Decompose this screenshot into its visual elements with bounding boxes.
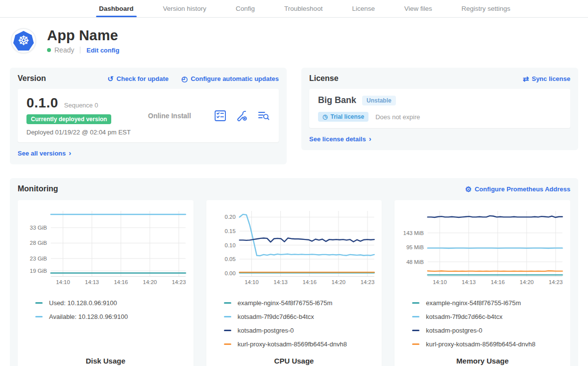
status-text: Ready: [54, 46, 74, 54]
chart-legend: example-nginx-54f8f76755-l675mkotsadm-7f…: [412, 293, 566, 348]
legend-label: Used: 10.128.0.96:9100: [49, 299, 117, 307]
deployed-timestamp: Deployed 01/19/22 @ 02:04 pm EST: [26, 129, 148, 136]
check-for-update-label: Check for update: [117, 75, 169, 82]
check-for-update-link[interactable]: ↺ Check for update: [107, 75, 169, 82]
legend-item: kurl-proxy-kotsadm-8569fb6454-dnvh8: [224, 340, 378, 348]
svg-text:28 GiB: 28 GiB: [30, 240, 47, 246]
install-type-label: Online Install: [148, 112, 214, 120]
trial-license-badge: ◷ Trial license: [318, 112, 368, 122]
tab-license[interactable]: License: [340, 0, 387, 17]
sync-license-label: Sync license: [532, 75, 570, 82]
channel-badge: Unstable: [362, 96, 396, 105]
page-title: App Name: [47, 27, 120, 44]
tab-version-history[interactable]: Version history: [151, 0, 219, 17]
tab-config[interactable]: Config: [224, 0, 267, 17]
sequence-label: Sequence 0: [64, 102, 98, 109]
chart-svg: 0.200.150.100.050.0014:1014:1314:1614:20…: [210, 206, 378, 289]
preflight-checks-icon[interactable]: [214, 110, 227, 122]
legend-swatch: [224, 316, 231, 317]
chart-svg: 33 GiB28 GiB23 GiB19 GiB14:1014:1314:161…: [22, 206, 190, 289]
legend-label: kotsadm-7f9dc7d66c-b4tcx: [426, 313, 502, 320]
legend-label: example-nginx-54f8f76755-l675m: [238, 299, 333, 307]
svg-text:95 MiB: 95 MiB: [407, 244, 424, 250]
legend-swatch: [412, 330, 419, 331]
deployed-badge: Currently deployed version: [26, 114, 111, 124]
svg-text:14:20: 14:20: [331, 279, 345, 285]
svg-text:14:13: 14:13: [85, 279, 99, 285]
svg-text:0.20: 0.20: [224, 214, 235, 220]
gear-icon: ⚙: [465, 185, 471, 193]
svg-text:0.00: 0.00: [224, 270, 235, 276]
see-all-versions-label: See all versions: [18, 150, 66, 157]
svg-text:14:16: 14:16: [491, 279, 505, 285]
stopwatch-icon: ◷: [322, 113, 327, 120]
chart-title: Disk Usage: [22, 348, 190, 365]
memory-usage-chart-panel: 143 MiB95 MiB48 MiB14:1014:1314:1614:201…: [394, 200, 570, 366]
version-number: 0.1.0: [26, 95, 58, 111]
chart-plot: 0.200.150.100.050.0014:1014:1314:1614:20…: [210, 206, 378, 289]
tab-dashboard[interactable]: Dashboard: [87, 0, 146, 17]
tab-troubleshoot[interactable]: Troubleshoot: [272, 0, 334, 17]
monitoring-card: Monitoring ⚙ Configure Prometheus Addres…: [10, 178, 578, 366]
legend-item: kotsadm-postgres-0: [224, 327, 378, 334]
tab-view-files[interactable]: View files: [392, 0, 444, 17]
monitoring-title: Monitoring: [18, 184, 58, 193]
legend-swatch: [412, 316, 419, 317]
edit-config-link[interactable]: Edit config: [86, 47, 119, 54]
svg-text:14:20: 14:20: [143, 279, 157, 285]
clock-arrow-icon: ◴: [181, 75, 188, 82]
cpu-usage-chart-panel: 0.200.150.100.050.0014:1014:1314:1614:20…: [206, 200, 382, 366]
legend-label: kotsadm-postgres-0: [426, 327, 482, 334]
legend-item: example-nginx-54f8f76755-l675m: [224, 299, 378, 307]
svg-text:14:10: 14:10: [56, 279, 70, 285]
svg-text:0.15: 0.15: [224, 228, 235, 234]
configure-prometheus-link[interactable]: ⚙ Configure Prometheus Address: [465, 185, 570, 193]
legend-item: kotsadm-postgres-0: [412, 327, 566, 334]
legend-swatch: [224, 330, 231, 331]
legend-item: example-nginx-54f8f76755-l675m: [412, 299, 566, 307]
svg-text:33 GiB: 33 GiB: [30, 225, 47, 231]
trial-license-label: Trial license: [330, 113, 364, 120]
legend-label: kurl-proxy-kotsadm-8569fb6454-dnvh8: [426, 340, 535, 348]
version-card: Version ↺ Check for update ◴ Configure a…: [10, 68, 287, 164]
legend-swatch: [224, 343, 231, 345]
refresh-icon: ↺: [107, 75, 114, 82]
top-navigation: Dashboard Version history Config Trouble…: [0, 0, 588, 18]
svg-text:23 GiB: 23 GiB: [30, 256, 47, 261]
svg-text:14:23: 14:23: [549, 279, 563, 285]
configure-automatic-updates-link[interactable]: ◴ Configure automatic updates: [181, 75, 279, 82]
see-license-details-link[interactable]: See license details ›: [309, 135, 371, 143]
svg-text:14:20: 14:20: [520, 279, 534, 285]
legend-item: Available: 10.128.0.96:9100: [35, 313, 190, 320]
chart-legend: Used: 10.128.0.96:9100Available: 10.128.…: [35, 293, 190, 320]
svg-text:0.10: 0.10: [224, 242, 235, 248]
legend-label: kotsadm-7f9dc7d66c-b4tcx: [238, 313, 314, 320]
legend-label: kurl-proxy-kotsadm-8569fb6454-dnvh8: [238, 340, 347, 348]
chevron-right-icon: ›: [369, 134, 371, 143]
app-header: ☸ App Name Ready Edit config: [11, 27, 588, 54]
svg-text:48 MiB: 48 MiB: [407, 259, 424, 265]
chart-legend: example-nginx-54f8f76755-l675mkotsadm-7f…: [224, 293, 378, 348]
license-card: License ⇄ Sync license Big Bank Unstable…: [301, 68, 578, 150]
legend-item: Used: 10.128.0.96:9100: [35, 299, 190, 307]
chart-title: CPU Usage: [210, 348, 378, 365]
svg-text:14:16: 14:16: [114, 279, 128, 285]
svg-text:14:13: 14:13: [273, 279, 288, 285]
license-panel: Big Bank Unstable ◷ Trial license Does n…: [309, 89, 570, 128]
version-card-title: Version: [18, 74, 46, 83]
chart-plot: 143 MiB95 MiB48 MiB14:1014:1314:1614:201…: [398, 206, 566, 289]
tab-registry-settings[interactable]: Registry settings: [450, 0, 522, 17]
app-logo: ☸: [11, 28, 36, 53]
see-all-versions-link[interactable]: See all versions ›: [18, 149, 71, 157]
view-logs-icon[interactable]: [257, 110, 270, 122]
legend-item: kurl-proxy-kotsadm-8569fb6454-dnvh8: [412, 340, 566, 348]
license-card-title: License: [309, 74, 339, 83]
legend-swatch: [224, 302, 231, 304]
legend-swatch: [35, 316, 43, 317]
chart-title: Memory Usage: [398, 348, 566, 365]
chevron-right-icon: ›: [69, 149, 71, 157]
chart-svg: 143 MiB95 MiB48 MiB14:1014:1314:1614:201…: [398, 206, 566, 289]
config-wrench-icon[interactable]: [236, 110, 248, 122]
status-dot: [47, 48, 51, 52]
sync-license-link[interactable]: ⇄ Sync license: [523, 75, 570, 82]
